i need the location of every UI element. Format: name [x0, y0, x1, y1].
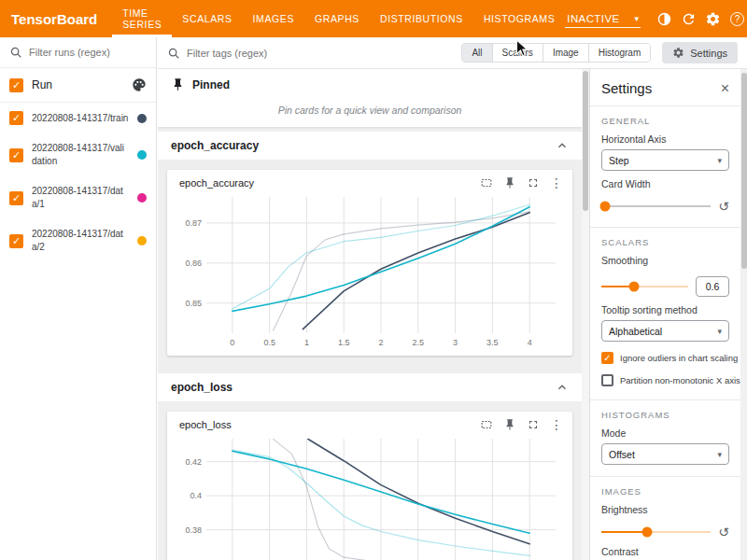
- pin-icon: [171, 77, 185, 91]
- fit-to-data-icon[interactable]: [480, 418, 493, 431]
- tab-time-series[interactable]: TIME SERIES: [112, 0, 172, 37]
- chart-card-epoch-loss: epoch_loss ⋮ 00.511.522.53: [167, 412, 572, 560]
- epoch-loss-chart[interactable]: 00.511.522.533.540.360.380.40.42: [173, 433, 565, 560]
- card-actions: ⋮: [480, 418, 563, 431]
- gear-icon: [705, 11, 721, 27]
- run-list-item[interactable]: ✓ 20220808-141317/data/2: [0, 219, 156, 262]
- brightness-label: Brightness: [601, 504, 729, 515]
- tag-filter-input[interactable]: [187, 48, 327, 59]
- fit-to-data-icon[interactable]: [480, 176, 493, 189]
- horizontal-axis-label: Horizontal Axis: [601, 133, 729, 145]
- contrast-label: Contrast: [601, 546, 729, 557]
- settings-scrollbar[interactable]: [740, 69, 747, 560]
- section-header-epoch-loss[interactable]: epoch_loss: [158, 373, 582, 402]
- settings-section-scalars: SCALARS Smoothing Tooltip sorting method…: [590, 228, 740, 399]
- section-title: epoch_accuracy: [171, 139, 259, 152]
- pin-card-icon[interactable]: [503, 176, 516, 189]
- run-list-item[interactable]: ✓ 20220808-141317/validation: [0, 133, 156, 176]
- settings-button-label: Settings: [690, 48, 727, 59]
- smoothing-row: [601, 276, 729, 297]
- theme-toggle-button[interactable]: [652, 7, 676, 31]
- epoch-accuracy-chart[interactable]: 00.511.522.533.540.850.860.87: [173, 191, 565, 350]
- card-width-row: ↺: [601, 200, 729, 213]
- partition-x-checkbox[interactable]: [601, 374, 613, 386]
- svg-text:0.4: 0.4: [190, 491, 202, 500]
- fullscreen-icon[interactable]: [527, 418, 540, 431]
- help-icon: ?: [730, 12, 744, 26]
- filter-toggle-all[interactable]: All: [462, 44, 491, 62]
- chevron-up-icon[interactable]: [556, 139, 569, 152]
- more-options-icon[interactable]: ⋮: [550, 418, 563, 431]
- gear-icon: [672, 47, 684, 59]
- scrollbar-thumb[interactable]: [583, 71, 588, 211]
- chevron-down-icon: ▾: [717, 450, 722, 459]
- chevron-up-icon[interactable]: [556, 381, 569, 394]
- section-heading: IMAGES: [601, 486, 729, 497]
- ignore-outliers-row: ✓ Ignore outliers in chart scaling: [601, 352, 729, 364]
- run-checkbox[interactable]: ✓: [9, 111, 23, 125]
- partition-x-label: Partition non-monotonic X axis: [620, 375, 740, 385]
- filter-toggle-scalars[interactable]: Scalars: [492, 44, 543, 62]
- tab-graphs[interactable]: GRAPHS: [304, 0, 370, 37]
- section-body: epoch_accuracy ⋮ 00.511.52: [158, 161, 582, 369]
- settings-section-histograms: HISTOGRAMS Mode Offset ▾: [590, 400, 740, 476]
- pin-card-icon[interactable]: [503, 418, 516, 431]
- help-button[interactable]: ?: [725, 7, 747, 31]
- smoothing-slider[interactable]: [601, 286, 688, 287]
- ignore-outliers-checkbox[interactable]: ✓: [601, 352, 613, 364]
- more-options-icon[interactable]: ⋮: [550, 176, 563, 189]
- section-header-epoch-accuracy[interactable]: epoch_accuracy: [158, 132, 582, 161]
- card-width-slider[interactable]: [601, 205, 711, 207]
- card-list: Pinned Pin cards for a quick view and co…: [158, 69, 582, 560]
- filter-toggle-image[interactable]: Image: [543, 44, 588, 62]
- contrast-icon: [656, 11, 672, 27]
- tab-distributions[interactable]: DISTRIBUTIONS: [370, 0, 473, 37]
- run-checkbox[interactable]: ✓: [9, 148, 23, 162]
- run-list-item[interactable]: ✓ 20220808-141317/data/1: [0, 176, 156, 219]
- tab-scalars[interactable]: SCALARS: [172, 0, 242, 37]
- palette-icon[interactable]: [132, 77, 147, 92]
- reset-icon[interactable]: ↺: [718, 525, 729, 539]
- svg-text:1.5: 1.5: [338, 338, 350, 347]
- brightness-slider[interactable]: [601, 531, 711, 533]
- slider-fill: [601, 531, 647, 533]
- tooltip-sort-value: Alphabetical: [609, 326, 662, 337]
- filter-toggle-histogram[interactable]: Histogram: [588, 44, 651, 62]
- reset-icon[interactable]: ↺: [718, 200, 729, 213]
- chevron-down-icon: ▾: [635, 14, 640, 23]
- run-checkbox[interactable]: ✓: [9, 191, 23, 205]
- header-actions: INACTIVE ▾ ?: [565, 0, 747, 37]
- refresh-icon: [681, 11, 697, 27]
- run-color-dot: [137, 193, 147, 203]
- run-select-all-checkbox[interactable]: ✓: [9, 78, 23, 92]
- smoothing-input[interactable]: [696, 276, 729, 297]
- tab-images[interactable]: IMAGES: [243, 0, 304, 37]
- tooltip-sort-select[interactable]: Alphabetical ▾: [601, 320, 729, 342]
- run-list-item[interactable]: ✓ 20220808-141317/train: [0, 103, 156, 133]
- svg-text:2.5: 2.5: [413, 338, 425, 347]
- fullscreen-icon[interactable]: [527, 176, 540, 189]
- tab-histograms[interactable]: HISTOGRAMS: [473, 0, 565, 37]
- ignore-outliers-label: Ignore outliers in chart scaling: [620, 353, 738, 363]
- refresh-button[interactable]: [676, 7, 700, 31]
- settings-button[interactable]: Settings: [662, 42, 738, 63]
- close-icon[interactable]: ×: [721, 81, 729, 96]
- scrollbar-thumb[interactable]: [741, 73, 747, 269]
- nav-tabs: TIME SERIES SCALARS IMAGES GRAPHS DISTRI…: [112, 0, 565, 37]
- slider-thumb[interactable]: [642, 527, 653, 538]
- horizontal-axis-select[interactable]: Step ▾: [601, 149, 729, 171]
- header-settings-button[interactable]: [700, 7, 725, 31]
- histogram-mode-select[interactable]: Offset ▾: [601, 443, 729, 465]
- svg-text:0.5: 0.5: [263, 338, 275, 347]
- run-color-dot: [137, 114, 147, 123]
- main-scrollbar[interactable]: [582, 69, 589, 560]
- main-content-area: Pinned Pin cards for a quick view and co…: [158, 69, 589, 560]
- slider-thumb[interactable]: [599, 202, 610, 212]
- runs-sidebar: ✓ Run ✓ 20220808-141317/train ✓ 20220808…: [0, 37, 157, 560]
- reload-status-dropdown[interactable]: INACTIVE ▾: [565, 10, 641, 28]
- run-checkbox[interactable]: ✓: [9, 234, 23, 248]
- run-filter-input[interactable]: [29, 47, 146, 58]
- slider-thumb[interactable]: [629, 282, 640, 292]
- svg-text:0.86: 0.86: [185, 259, 202, 268]
- card-header: epoch_accuracy ⋮: [173, 176, 567, 191]
